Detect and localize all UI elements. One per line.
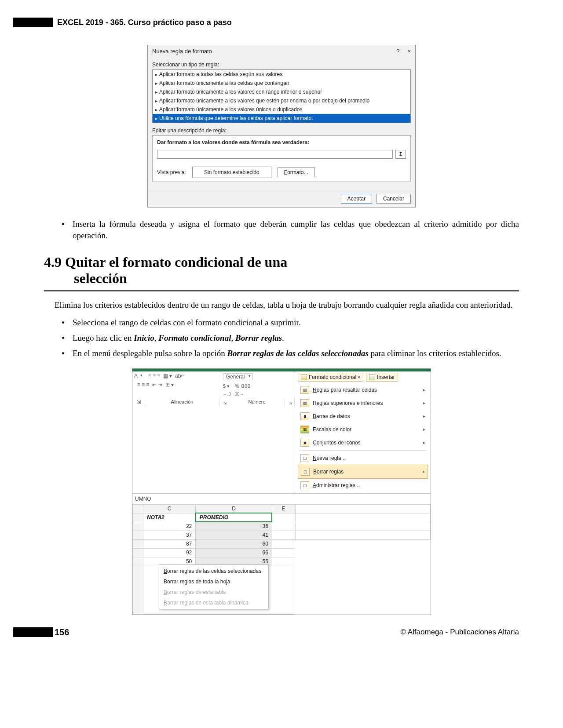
clear-rules-submenu: Borrar reglas de las celdas seleccionada… [159, 564, 269, 609]
rule-description-box: Dar formato a los valores donde esta fór… [152, 135, 411, 182]
conditional-formatting-button[interactable]: Formato condicional ▾ [298, 373, 363, 382]
rule-option[interactable]: Aplicar formato únicamente a las celdas … [153, 79, 410, 87]
bullet-text: En el menú desplegable pulsa sobre la op… [73, 348, 519, 360]
group-alignment: Alineación [145, 398, 219, 406]
rule-option[interactable]: Aplicar formato únicamente a los valores… [153, 96, 410, 105]
paragraph: Elimina los criterios establecidos dentr… [44, 299, 519, 311]
menu-highlight-rules[interactable]: ▤Reglas para resaltar celdas▸ [298, 383, 428, 397]
rule-option[interactable]: Aplicar formato únicamente a los valores… [153, 105, 410, 114]
menu-new-rule[interactable]: ▢Nueva regla... [298, 451, 428, 465]
number-format-dropdown[interactable]: General [223, 373, 253, 380]
insert-button[interactable]: Insertar [366, 373, 398, 382]
conditional-formatting-icon [301, 374, 307, 380]
submenu-clear-entire-sheet[interactable]: Borrar reglas de toda la hoja [159, 576, 268, 587]
alignment-icons-2[interactable]: ≡ ≡ ≡ ⇤ ⇥ ⊞ ▾ [132, 380, 221, 389]
conditional-formatting-menu: ▤Reglas para resaltar celdas▸ ▤Reglas su… [298, 383, 428, 492]
number-icons[interactable]: $ ▾ % 000 [221, 382, 295, 390]
bullet-text: Inserta la fórmula deseada y asigna el f… [73, 218, 519, 241]
copyright: © Alfaomega - Publicaciones Altaria [400, 628, 519, 637]
section-heading: 4.9 Quitar el formato condicional de una… [44, 254, 519, 287]
help-icon[interactable]: ? [396, 48, 399, 55]
rule-type-list[interactable]: Aplicar formato a todas las celdas según… [152, 69, 411, 123]
footer-block [13, 627, 53, 637]
formula-input[interactable] [157, 150, 393, 159]
edit-rule-desc-label: Editar una descripción de regla: [152, 127, 411, 134]
decimal-icons[interactable]: ←.0 .00→ [221, 390, 295, 398]
rule-option-selected[interactable]: Utilice una fórmula que determine las ce… [153, 114, 410, 123]
bullet-list-1: Inserta la fórmula deseada y asigna el f… [62, 218, 519, 241]
page-number: 156 [55, 627, 69, 637]
bullet-text: Luego haz clic en Inicio, Formato condic… [73, 332, 519, 344]
menu-data-bars[interactable]: ▮Barras de datos▸ [298, 410, 428, 423]
menu-manage-rules[interactable]: ▢Administrar reglas... [298, 479, 428, 492]
bullet-text: Selecciona el rango de celdas con el for… [73, 317, 519, 329]
insert-icon [369, 374, 375, 380]
formula-bar[interactable]: UMNO [132, 494, 431, 504]
alignment-icons[interactable]: A▾ ≡ ≡ ≡ ▦ ▾ ab↵ [132, 371, 221, 380]
cancel-button[interactable]: Cancelar [377, 194, 411, 204]
header-title: EXCEL 2019 - 365. Curso práctico paso a … [57, 18, 232, 27]
formula-caption: Dar formato a los valores donde esta fór… [157, 139, 406, 146]
rule-option[interactable]: Aplicar formato únicamente a los valores… [153, 87, 410, 96]
menu-top-bottom-rules[interactable]: ▤Reglas superiores e inferiores▸ [298, 397, 428, 410]
ribbon: A▾ ≡ ≡ ≡ ▦ ▾ ab↵ ≡ ≡ ≡ ⇤ ⇥ ⊞ ▾ General $… [132, 371, 431, 494]
submenu-clear-selected-cells[interactable]: Borrar reglas de las celdas seleccionada… [159, 566, 268, 576]
worksheet: C D E NOTA2 PROMEDIO 2236 3741 8760 9266… [132, 504, 431, 615]
footer: 156 © Alfaomega - Publicaciones Altaria [44, 627, 519, 637]
close-icon[interactable]: × [407, 48, 411, 55]
preview-box: Sin formato establecido [192, 167, 271, 178]
excel-screenshot: A▾ ≡ ≡ ≡ ▦ ▾ ab↵ ≡ ≡ ≡ ⇤ ⇥ ⊞ ▾ General $… [132, 368, 431, 615]
group-number: Número [229, 398, 285, 406]
bullet-list-2: Selecciona el rango de celdas con el for… [62, 317, 519, 360]
range-picker-icon[interactable]: ↥ [395, 150, 406, 159]
rule-option[interactable]: Aplicar formato a todas las celdas según… [153, 70, 410, 79]
dialog-title: Nueva regla de formato [152, 48, 212, 55]
format-button[interactable]: Formato... [278, 167, 315, 177]
select-rule-type-label: Seleccionar un tipo de regla: [152, 62, 411, 68]
accept-button[interactable]: Aceptar [341, 194, 372, 204]
menu-clear-rules[interactable]: ▢Borrar reglas▸ [298, 465, 428, 479]
preview-label: Vista previa: [157, 169, 186, 175]
new-format-rule-dialog: Nueva regla de formato ? × Seleccionar u… [147, 45, 416, 207]
header: EXCEL 2019 - 365. Curso práctico paso a … [44, 18, 519, 27]
header-block [13, 18, 53, 27]
menu-icon-sets[interactable]: ◆Conjuntos de iconos▸ [298, 436, 428, 449]
section-rule [44, 290, 519, 291]
submenu-clear-this-pivot: Borrar reglas de esta tabla dinámica [159, 597, 268, 608]
submenu-clear-this-table: Borrar reglas de esta tabla [159, 587, 268, 597]
menu-color-scales[interactable]: ▦Escalas de color▸ [298, 423, 428, 436]
